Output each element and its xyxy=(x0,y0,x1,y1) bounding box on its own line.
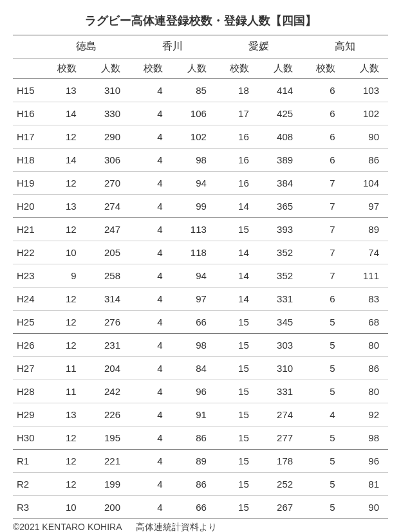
source-text: 高体連統計資料より xyxy=(136,522,217,532)
value-cell: 96 xyxy=(172,380,216,403)
value-cell: 14 xyxy=(216,288,258,311)
value-cell: 7 xyxy=(302,172,344,195)
year-cell: H20 xyxy=(13,195,43,218)
value-cell: 89 xyxy=(172,450,216,473)
value-cell: 16 xyxy=(216,149,258,172)
value-cell: 84 xyxy=(172,357,216,380)
value-cell: 13 xyxy=(43,195,86,218)
credit-line: ©2021 KENTARO KOHIRA 高体連統計資料より xyxy=(13,522,388,532)
table-row: H301219548615277598 xyxy=(13,427,388,450)
header-pref-2: 愛媛 xyxy=(216,35,302,59)
value-cell: 4 xyxy=(129,241,171,264)
value-cell: 90 xyxy=(344,125,388,149)
value-cell: 66 xyxy=(172,311,216,334)
table-row: H16143304106174256102 xyxy=(13,102,388,125)
value-cell: 314 xyxy=(86,288,129,311)
value-cell: 242 xyxy=(86,380,129,403)
value-cell: 7 xyxy=(302,195,344,218)
table-row: H239258494143527111 xyxy=(13,264,388,288)
value-cell: 12 xyxy=(43,125,86,149)
value-cell: 86 xyxy=(172,473,216,496)
year-cell: R1 xyxy=(13,450,43,473)
value-cell: 274 xyxy=(86,195,129,218)
value-cell: 99 xyxy=(172,195,216,218)
value-cell: 5 xyxy=(302,450,344,473)
value-cell: 90 xyxy=(344,496,388,519)
value-cell: 83 xyxy=(344,288,388,311)
data-table: 徳島 香川 愛媛 高知 校数 人数 校数 人数 校数 人数 校数 人数 H151… xyxy=(13,35,388,519)
value-cell: 6 xyxy=(302,288,344,311)
table-row: R11222148915178596 xyxy=(13,450,388,473)
year-cell: H21 xyxy=(13,218,43,241)
header-pref-0: 徳島 xyxy=(43,35,129,59)
value-cell: 9 xyxy=(43,264,86,288)
value-cell: 414 xyxy=(258,79,302,102)
value-cell: 205 xyxy=(86,241,129,264)
sub-3-schools: 校数 xyxy=(302,59,344,79)
value-cell: 5 xyxy=(302,380,344,403)
year-cell: H22 xyxy=(13,241,43,264)
value-cell: 66 xyxy=(172,496,216,519)
value-cell: 97 xyxy=(172,288,216,311)
value-cell: 13 xyxy=(43,79,86,102)
value-cell: 365 xyxy=(258,195,302,218)
value-cell: 199 xyxy=(86,473,129,496)
value-cell: 15 xyxy=(216,427,258,450)
value-cell: 80 xyxy=(344,380,388,403)
value-cell: 68 xyxy=(344,311,388,334)
header-pref-1: 香川 xyxy=(129,35,216,59)
value-cell: 4 xyxy=(129,79,171,102)
value-cell: 4 xyxy=(129,450,171,473)
value-cell: 178 xyxy=(258,450,302,473)
value-cell: 6 xyxy=(302,149,344,172)
table-row: R21219948615252581 xyxy=(13,473,388,496)
value-cell: 98 xyxy=(172,149,216,172)
value-cell: 425 xyxy=(258,102,302,125)
table-row: H271120448415310586 xyxy=(13,357,388,380)
value-cell: 204 xyxy=(86,357,129,380)
header-blank xyxy=(13,35,43,59)
value-cell: 352 xyxy=(258,264,302,288)
value-cell: 102 xyxy=(172,125,216,149)
value-cell: 5 xyxy=(302,357,344,380)
value-cell: 102 xyxy=(344,102,388,125)
value-cell: 94 xyxy=(172,264,216,288)
value-cell: 4 xyxy=(129,172,171,195)
value-cell: 12 xyxy=(43,334,86,357)
value-cell: 6 xyxy=(302,79,344,102)
value-cell: 4 xyxy=(129,427,171,450)
value-cell: 5 xyxy=(302,311,344,334)
value-cell: 86 xyxy=(344,357,388,380)
value-cell: 12 xyxy=(43,427,86,450)
value-cell: 226 xyxy=(86,403,129,427)
table-row: H181430649816389686 xyxy=(13,149,388,172)
page-title: ラグビー高体連登録校数・登録人数【四国】 xyxy=(13,13,388,28)
value-cell: 5 xyxy=(302,334,344,357)
value-cell: 4 xyxy=(129,311,171,334)
value-cell: 276 xyxy=(86,311,129,334)
value-cell: 17 xyxy=(216,102,258,125)
value-cell: 247 xyxy=(86,218,129,241)
value-cell: 98 xyxy=(172,334,216,357)
table-row: H1912270494163847104 xyxy=(13,172,388,195)
value-cell: 14 xyxy=(43,149,86,172)
value-cell: 97 xyxy=(344,195,388,218)
sub-1-people: 人数 xyxy=(172,59,216,79)
value-cell: 12 xyxy=(43,473,86,496)
value-cell: 10 xyxy=(43,241,86,264)
value-cell: 7 xyxy=(302,218,344,241)
value-cell: 74 xyxy=(344,241,388,264)
table-row: H2210205411814352774 xyxy=(13,241,388,264)
sub-header-row: 校数 人数 校数 人数 校数 人数 校数 人数 xyxy=(13,59,388,79)
value-cell: 103 xyxy=(344,79,388,102)
sub-blank xyxy=(13,59,43,79)
value-cell: 15 xyxy=(216,473,258,496)
value-cell: 331 xyxy=(258,380,302,403)
value-cell: 231 xyxy=(86,334,129,357)
prefecture-header-row: 徳島 香川 愛媛 高知 xyxy=(13,35,388,59)
table-row: H1712290410216408690 xyxy=(13,125,388,149)
value-cell: 89 xyxy=(344,218,388,241)
value-cell: 15 xyxy=(216,403,258,427)
value-cell: 86 xyxy=(344,149,388,172)
value-cell: 270 xyxy=(86,172,129,195)
